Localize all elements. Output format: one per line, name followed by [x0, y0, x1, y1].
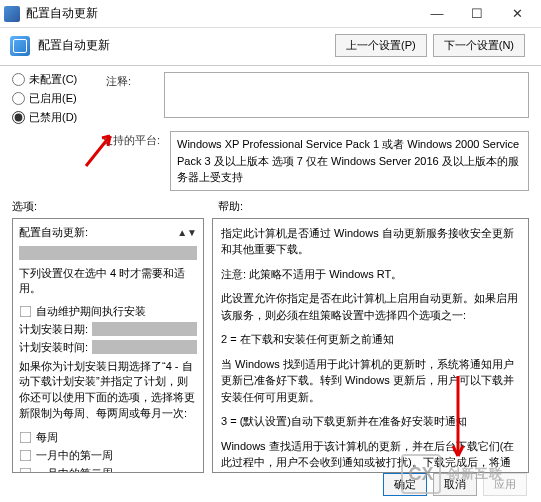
- help-label: 帮助:: [218, 199, 243, 214]
- help-p4: 2 = 在下载和安装任何更新之前通知: [221, 331, 520, 348]
- config-dropdown[interactable]: [19, 246, 197, 260]
- options-note: 下列设置仅在选中 4 时才需要和适用。: [19, 266, 197, 296]
- radio-enabled-label: 已启用(E): [29, 91, 77, 106]
- second-week-label: 一月中的第二周: [36, 466, 113, 472]
- radio-not-configured[interactable]: 未配置(C): [12, 72, 94, 87]
- chevron-up-down-icon: ▲▼: [177, 227, 197, 238]
- radio-enabled[interactable]: 已启用(E): [12, 91, 94, 106]
- supported-platforms: Windows XP Professional Service Pack 1 或…: [170, 131, 529, 191]
- install-time-label: 计划安装时间:: [19, 340, 88, 355]
- supported-label: 支持的平台:: [102, 131, 162, 148]
- radio-disabled-label: 已禁用(D): [29, 110, 77, 125]
- window-title: 配置自动更新: [26, 5, 417, 22]
- first-week-label: 一月中的第一周: [36, 448, 113, 463]
- comment-label: 注释:: [106, 72, 152, 89]
- first-week-checkbox[interactable]: [20, 450, 32, 462]
- maintenance-row[interactable]: 自动维护期间执行安装: [19, 304, 197, 319]
- help-pane[interactable]: 指定此计算机是否通过 Windows 自动更新服务接收安全更新和其他重要下载。 …: [212, 218, 529, 473]
- first-week-row[interactable]: 一月中的第一周: [19, 448, 197, 463]
- minimize-button[interactable]: —: [417, 1, 457, 27]
- close-button[interactable]: ✕: [497, 1, 537, 27]
- second-week-row[interactable]: 一月中的第二周: [19, 466, 197, 472]
- options-label: 选项:: [12, 199, 210, 214]
- install-time-dropdown[interactable]: [92, 340, 197, 354]
- radio-not-configured-label: 未配置(C): [29, 72, 77, 87]
- weekly-checkbox[interactable]: [20, 432, 32, 444]
- weekly-row[interactable]: 每周: [19, 430, 197, 445]
- comment-field[interactable]: [164, 72, 529, 118]
- radio-disabled-input[interactable]: [12, 111, 25, 124]
- help-p2: 注意: 此策略不适用于 Windows RT。: [221, 266, 520, 283]
- cancel-button[interactable]: 取消: [433, 473, 477, 496]
- help-p7: Windows 查找适用于该计算机的更新，并在后台下载它们(在此过程中，用户不会…: [221, 438, 520, 473]
- second-week-checkbox[interactable]: [20, 468, 32, 473]
- settings-icon: [10, 36, 30, 56]
- maintenance-checkbox[interactable]: [20, 305, 32, 317]
- options-caption: 配置自动更新:: [19, 225, 88, 240]
- help-p3: 此设置允许你指定是否在此计算机上启用自动更新。如果启用该服务，则必须在组策略设置…: [221, 290, 520, 323]
- options-pane: 配置自动更新: ▲▼ 下列设置仅在选中 4 时才需要和适用。 自动维护期间执行安…: [12, 218, 204, 473]
- maximize-button[interactable]: ☐: [457, 1, 497, 27]
- options-long-note: 如果你为计划安装日期选择了“4 - 自动下载计划安装”并指定了计划，则你还可以使…: [19, 359, 197, 423]
- help-p1: 指定此计算机是否通过 Windows 自动更新服务接收安全更新和其他重要下载。: [221, 225, 520, 258]
- weekly-label: 每周: [36, 430, 58, 445]
- radio-disabled[interactable]: 已禁用(D): [12, 110, 94, 125]
- radio-not-configured-input[interactable]: [12, 73, 25, 86]
- page-title: 配置自动更新: [38, 37, 335, 54]
- maintenance-label: 自动维护期间执行安装: [36, 304, 146, 319]
- apply-button[interactable]: 应用: [483, 473, 527, 496]
- ok-button[interactable]: 确定: [383, 473, 427, 496]
- install-day-label: 计划安装日期:: [19, 322, 88, 337]
- help-p5: 当 Windows 找到适用于此计算机的更新时，系统将通知用户更新已准备好下载。…: [221, 356, 520, 406]
- app-icon: [4, 6, 20, 22]
- help-p6: 3 = (默认设置)自动下载更新并在准备好安装时通知: [221, 413, 520, 430]
- prev-setting-button[interactable]: 上一个设置(P): [335, 34, 427, 57]
- next-setting-button[interactable]: 下一个设置(N): [433, 34, 525, 57]
- radio-enabled-input[interactable]: [12, 92, 25, 105]
- install-day-dropdown[interactable]: [92, 322, 197, 336]
